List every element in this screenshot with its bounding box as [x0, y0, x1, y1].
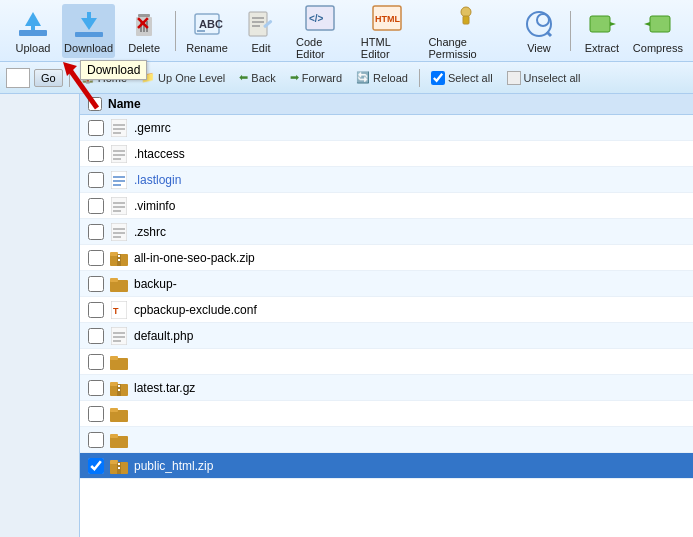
permissions-button[interactable]: Change Permissio [422, 0, 510, 64]
file-row[interactable]: .viminfo [80, 193, 693, 219]
svg-rect-3 [75, 32, 103, 37]
extract-label: Extract [585, 42, 619, 54]
svg-rect-80 [110, 460, 118, 464]
file-type-icon [110, 119, 128, 137]
file-row[interactable]: default.php [80, 323, 693, 349]
upload-button[interactable]: Upload [8, 4, 58, 58]
file-checkbox[interactable] [88, 120, 104, 136]
file-checkbox[interactable] [88, 406, 104, 422]
file-row[interactable]: .htaccess [80, 141, 693, 167]
delete-button[interactable]: ✕ Delete [119, 4, 169, 58]
back-label: Back [251, 72, 275, 84]
file-row[interactable]: public_html.zip [80, 453, 693, 479]
download-button[interactable]: Download Download [62, 4, 115, 58]
file-name: .lastlogin [134, 173, 181, 187]
file-type-icon [110, 457, 128, 475]
unselect-all-button[interactable]: Unselect all [502, 69, 586, 87]
svg-rect-69 [110, 356, 118, 360]
file-list: Name .gemrc.htaccess.lastlogin.viminfo.z… [80, 94, 693, 537]
file-name: public_html.zip [134, 459, 213, 473]
svg-line-28 [547, 32, 551, 36]
reload-button[interactable]: 🔄 Reload [351, 69, 413, 86]
svg-text:✕: ✕ [135, 14, 150, 34]
file-row[interactable]: .lastlogin [80, 167, 693, 193]
toolbar: Upload Download Download [0, 0, 693, 62]
edit-icon [245, 8, 277, 40]
file-checkbox[interactable] [88, 354, 104, 370]
file-checkbox[interactable] [88, 250, 104, 266]
file-name: cpbackup-exclude.conf [134, 303, 257, 317]
svg-rect-61 [110, 278, 118, 282]
svg-text:ABC: ABC [199, 18, 223, 30]
file-row[interactable]: .zshrc [80, 219, 693, 245]
svg-marker-32 [644, 22, 650, 26]
svg-rect-73 [118, 385, 120, 387]
file-row[interactable]: backup- [80, 271, 693, 297]
file-checkbox[interactable] [88, 172, 104, 188]
edit-button[interactable]: Edit [236, 4, 286, 58]
file-checkbox[interactable] [88, 432, 104, 448]
header-checkbox[interactable] [88, 97, 102, 111]
svg-rect-47 [111, 197, 127, 215]
permissions-label: Change Permissio [428, 36, 504, 60]
svg-rect-5 [87, 12, 91, 22]
file-type-icon [110, 197, 128, 215]
toolbar-separator [175, 11, 176, 51]
file-checkbox[interactable] [88, 302, 104, 318]
forward-button[interactable]: ➡ Forward [285, 69, 347, 86]
select-all-button[interactable]: Select all [426, 69, 498, 87]
file-checkbox[interactable] [88, 224, 104, 240]
html-editor-button[interactable]: HTML HTML Editor [355, 0, 419, 64]
svg-rect-64 [111, 327, 127, 345]
svg-text:</>: </> [309, 13, 324, 24]
svg-rect-56 [110, 252, 118, 256]
permissions-icon [450, 2, 482, 34]
file-list-header: Name [80, 94, 693, 115]
code-editor-label: Code Editor [296, 36, 345, 60]
forward-icon: ➡ [290, 71, 299, 84]
file-row[interactable]: latest.tar.gz [80, 375, 693, 401]
go-button[interactable]: Go [34, 69, 63, 87]
file-type-icon [110, 223, 128, 241]
svg-rect-31 [650, 16, 670, 32]
select-all-checkbox[interactable] [431, 71, 445, 85]
upload-label: Upload [16, 42, 51, 54]
file-checkbox[interactable] [88, 198, 104, 214]
html-editor-icon: HTML [371, 2, 403, 34]
extract-button[interactable]: Extract [577, 4, 627, 58]
file-row[interactable]: .gemrc [80, 115, 693, 141]
file-row[interactable] [80, 349, 693, 375]
nav-separator-1 [69, 69, 70, 87]
svg-rect-83 [118, 467, 120, 469]
file-type-icon [110, 249, 128, 267]
file-type-icon [110, 431, 128, 449]
file-checkbox[interactable] [88, 328, 104, 344]
file-checkbox[interactable] [88, 146, 104, 162]
file-checkbox[interactable] [88, 458, 104, 474]
up-one-level-button[interactable]: 📁 Up One Level [136, 69, 230, 86]
code-editor-button[interactable]: </> Code Editor [290, 0, 351, 64]
svg-rect-14 [197, 30, 205, 32]
file-row[interactable]: Tcpbackup-exclude.conf [80, 297, 693, 323]
toolbar-separator-2 [570, 11, 571, 51]
file-checkbox[interactable] [88, 276, 104, 292]
file-type-icon [110, 171, 128, 189]
file-name: all-in-one-seo-pack.zip [134, 251, 255, 265]
file-checkbox[interactable] [88, 380, 104, 396]
download-label: Download [64, 42, 113, 54]
svg-text:T: T [113, 306, 119, 316]
code-editor-icon: </> [304, 2, 336, 34]
file-row[interactable] [80, 401, 693, 427]
up-label: Up One Level [158, 72, 225, 84]
path-input[interactable] [6, 68, 30, 88]
rename-button[interactable]: ABC Rename [182, 4, 232, 58]
compress-button[interactable]: Compress [631, 4, 685, 58]
forward-label: Forward [302, 72, 342, 84]
svg-rect-2 [31, 22, 35, 30]
file-row[interactable] [80, 427, 693, 453]
back-button[interactable]: ⬅ Back [234, 69, 280, 86]
nav-separator-2 [419, 69, 420, 87]
file-row[interactable]: all-in-one-seo-pack.zip [80, 245, 693, 271]
svg-rect-74 [118, 389, 120, 391]
view-button[interactable]: View [514, 4, 564, 58]
